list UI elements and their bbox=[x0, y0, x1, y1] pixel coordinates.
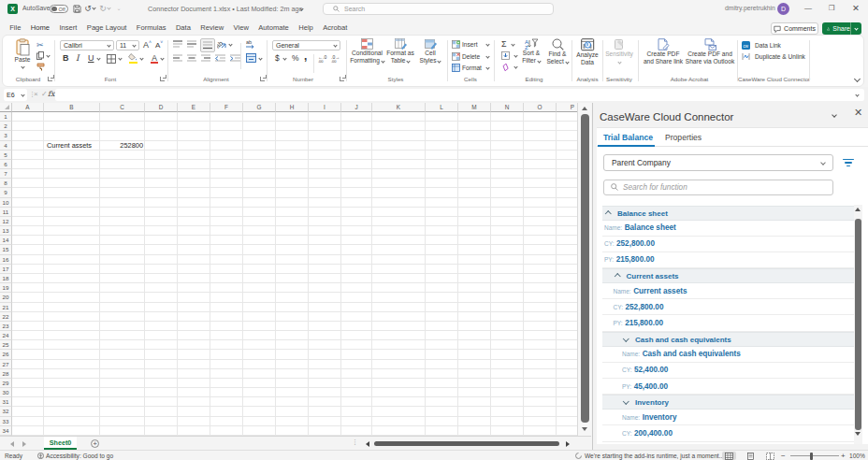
section-row-inventory[interactable]: Inventory bbox=[602, 395, 856, 410]
minimize-button[interactable]: — bbox=[800, 0, 817, 17]
column-header-G[interactable]: G bbox=[243, 103, 276, 112]
menu-tab-home[interactable]: Home bbox=[26, 21, 55, 35]
row-header-19[interactable]: 19 bbox=[0, 283, 12, 293]
copy-icon[interactable] bbox=[36, 51, 44, 60]
user-avatar[interactable]: D bbox=[777, 3, 789, 15]
normal-view-button[interactable] bbox=[722, 452, 736, 460]
menu-tab-formulas[interactable]: Formulas bbox=[132, 21, 171, 35]
merge-center-chevron-icon[interactable] bbox=[258, 56, 262, 60]
row-header-31[interactable]: 31 bbox=[0, 397, 12, 407]
conditional-formatting-button[interactable]: ConditionalFormatting bbox=[350, 38, 384, 65]
redo-chevron-icon[interactable] bbox=[107, 6, 110, 9]
column-header-C[interactable]: C bbox=[100, 103, 145, 112]
field-value[interactable]: Balance sheet bbox=[625, 223, 676, 232]
insert-function-icon[interactable]: fx bbox=[48, 90, 54, 98]
section-chevron-down-icon[interactable] bbox=[623, 335, 629, 340]
row-header-32[interactable]: 32 bbox=[0, 407, 12, 416]
underline-chevron-icon[interactable] bbox=[96, 56, 100, 60]
row-header-5[interactable]: 5 bbox=[0, 151, 12, 160]
row-header-22[interactable]: 22 bbox=[0, 312, 12, 322]
page-layout-view-button[interactable] bbox=[744, 452, 758, 460]
row-header-29[interactable]: 29 bbox=[0, 379, 12, 388]
fill-color-icon[interactable] bbox=[128, 53, 138, 64]
decrease-decimal-icon[interactable]: .0→.00 bbox=[331, 54, 341, 63]
sheet-tab-active[interactable]: Sheet0 bbox=[44, 437, 77, 450]
menu-tab-file[interactable]: File bbox=[5, 21, 26, 35]
spreadsheet-grid[interactable]: ABCDEFGHIJKLMNOP 12345678910111213141516… bbox=[0, 103, 577, 436]
section-row-current-assets[interactable]: Current assets bbox=[602, 268, 856, 283]
row-header-10[interactable]: 10 bbox=[0, 198, 12, 208]
collapse-ribbon-icon[interactable] bbox=[854, 76, 861, 82]
row-header-28[interactable]: 28 bbox=[0, 369, 12, 379]
italic-button[interactable]: I bbox=[76, 53, 80, 63]
zoom-out-button[interactable]: − bbox=[781, 452, 786, 460]
field-value[interactable]: 252,800.00 bbox=[616, 239, 655, 248]
align-top-icon[interactable] bbox=[173, 40, 182, 49]
sort-filter-button[interactable]: AZ Sort &Filter bbox=[518, 38, 544, 65]
menu-tab-insert[interactable]: Insert bbox=[54, 21, 81, 35]
insert-cells-button[interactable]: Insert bbox=[452, 40, 489, 49]
row-header-14[interactable]: 14 bbox=[0, 236, 12, 245]
cut-icon[interactable]: ✂ bbox=[36, 40, 44, 50]
column-header-K[interactable]: K bbox=[372, 103, 426, 112]
column-header-L[interactable]: L bbox=[426, 103, 458, 112]
align-bottom-icon[interactable] bbox=[200, 38, 215, 52]
align-middle-icon[interactable] bbox=[187, 40, 196, 49]
analyze-data-button[interactable]: AnalyzeData bbox=[575, 38, 600, 66]
field-value[interactable]: Current assets bbox=[633, 287, 687, 295]
row-header-33[interactable]: 33 bbox=[0, 417, 12, 426]
section-row-balance-sheet[interactable]: Balance sheet bbox=[602, 206, 856, 221]
panel-collapse-icon[interactable] bbox=[832, 112, 837, 118]
document-title[interactable]: Connector Document 1.xlsx • Last Modifie… bbox=[148, 5, 303, 13]
row-header-21[interactable]: 21 bbox=[0, 303, 12, 312]
align-right-icon[interactable] bbox=[201, 54, 210, 63]
borders-chevron-icon[interactable] bbox=[118, 56, 122, 60]
menu-tab-automate[interactable]: Automate bbox=[253, 21, 294, 35]
filter-icon[interactable] bbox=[842, 159, 854, 168]
next-sheet-icon[interactable] bbox=[22, 441, 26, 447]
undo-chevron-icon[interactable] bbox=[92, 6, 95, 9]
row-header-30[interactable]: 30 bbox=[0, 388, 12, 397]
menu-tab-data[interactable]: Data bbox=[171, 21, 195, 35]
row-header-24[interactable]: 24 bbox=[0, 331, 12, 340]
qat-more-icon[interactable]: ⌄ bbox=[113, 3, 124, 14]
font-color-icon[interactable]: A bbox=[150, 51, 159, 64]
number-dialog-launcher[interactable] bbox=[340, 77, 344, 81]
orientation-icon[interactable]: ab bbox=[217, 39, 226, 49]
row-header-34[interactable]: 34 bbox=[0, 426, 12, 436]
share-chevron[interactable] bbox=[850, 22, 861, 35]
name-box[interactable]: E6 bbox=[4, 89, 27, 101]
field-value[interactable]: 215,800.00 bbox=[616, 255, 655, 264]
column-header-O[interactable]: O bbox=[524, 103, 557, 112]
increase-indent-icon[interactable] bbox=[230, 54, 240, 63]
row-header-18[interactable]: 18 bbox=[0, 274, 12, 283]
font-size-combo[interactable]: 11 bbox=[116, 40, 139, 50]
column-header-J[interactable]: J bbox=[341, 103, 372, 112]
tab-properties[interactable]: Properties bbox=[665, 133, 702, 142]
column-header-D[interactable]: D bbox=[145, 103, 178, 112]
document-title-chevron-icon[interactable] bbox=[299, 7, 303, 10]
font-dialog-launcher[interactable] bbox=[160, 77, 165, 81]
tab-trial-balance[interactable]: Trial Balance bbox=[603, 133, 653, 142]
column-header-F[interactable]: F bbox=[210, 103, 243, 112]
section-chevron-up-icon[interactable] bbox=[605, 210, 611, 216]
decrease-font-icon[interactable]: A˅ bbox=[155, 39, 163, 50]
column-header-N[interactable]: N bbox=[491, 103, 524, 112]
section-row-cash-and-cash-equivalents[interactable]: Cash and cash equivalents bbox=[602, 332, 856, 347]
zoom-level[interactable]: 100% bbox=[849, 453, 865, 459]
increase-font-icon[interactable]: A˄ bbox=[143, 39, 152, 50]
row-header-7[interactable]: 7 bbox=[0, 169, 12, 179]
menu-tab-acrobat[interactable]: Acrobat bbox=[318, 21, 353, 35]
row-header-17[interactable]: 17 bbox=[0, 265, 12, 274]
row-header-8[interactable]: 8 bbox=[0, 179, 12, 188]
cell-C4[interactable]: 252800 bbox=[120, 142, 143, 151]
alignment-dialog-launcher[interactable] bbox=[260, 77, 265, 81]
increase-decimal-icon[interactable]: ←.0.00 bbox=[318, 54, 328, 63]
column-header-M[interactable]: M bbox=[458, 103, 491, 112]
format-cells-button[interactable]: Format bbox=[452, 64, 489, 72]
row-header-6[interactable]: 6 bbox=[0, 160, 12, 169]
row-header-11[interactable]: 11 bbox=[0, 208, 12, 217]
column-header-A[interactable]: A bbox=[12, 103, 44, 112]
autosave-toggle[interactable]: Off bbox=[50, 5, 68, 13]
fill-color-chevron-icon[interactable] bbox=[139, 56, 143, 60]
